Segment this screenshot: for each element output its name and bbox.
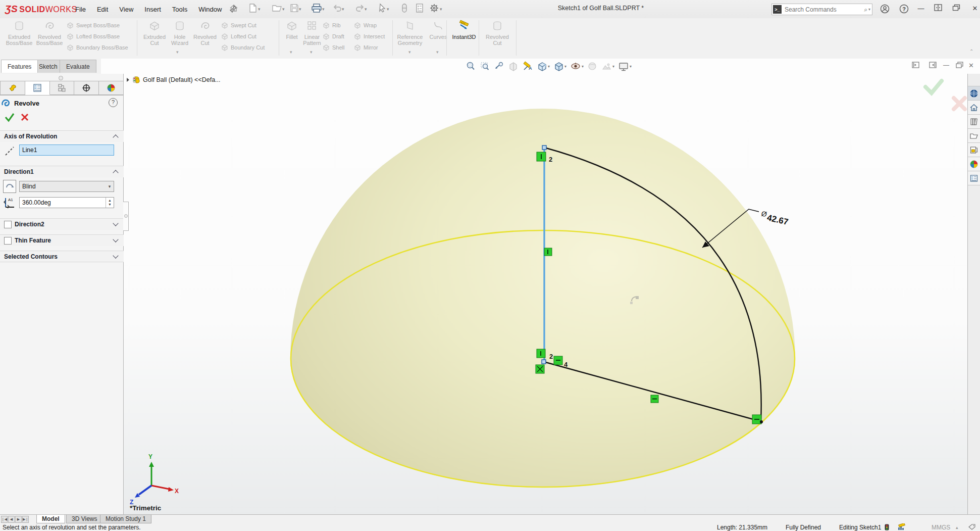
reverse-direction-button[interactable]: [3, 180, 16, 193]
boundary-cut-button[interactable]: Boundary Cut: [221, 42, 265, 53]
units-dropdown-icon[interactable]: ▴: [956, 525, 958, 530]
dimxpert-manager-tab[interactable]: [74, 81, 99, 95]
home-button[interactable]: [229, 3, 241, 15]
search-icon[interactable]: ⌕: [864, 6, 867, 13]
collapse-chevron-icon[interactable]: [113, 134, 118, 140]
graphics-viewport[interactable]: Ø 42.67 2 2 4: [124, 74, 967, 514]
pane-left-icon[interactable]: [912, 62, 919, 70]
sketch-visibility-icon[interactable]: A: [521, 61, 534, 72]
property-manager-tab[interactable]: [25, 81, 50, 95]
restore-button[interactable]: [951, 4, 961, 13]
lofted-cut-button[interactable]: Lofted Cut: [221, 31, 256, 41]
redo-dropdown-icon[interactable]: ▾: [365, 7, 367, 12]
revolved-boss-button[interactable]: RevolvedBoss/Base: [34, 20, 65, 46]
tab-motion-study[interactable]: Motion Study 1: [100, 515, 151, 523]
doc-minimize-icon[interactable]: —: [943, 62, 949, 69]
swept-boss-button[interactable]: Swept Boss/Base: [66, 20, 120, 30]
view-orientation-icon[interactable]: ▾: [536, 61, 551, 72]
rebuild-button[interactable]: [401, 3, 413, 15]
confirm-ok-button[interactable]: [922, 78, 945, 96]
direction2-checkbox[interactable]: [4, 221, 12, 228]
hide-show-dropdown-icon[interactable]: ▾: [582, 64, 584, 69]
panel-splitter-handle[interactable]: [59, 76, 63, 80]
tree-expand-icon[interactable]: [127, 78, 129, 82]
configuration-manager-tab[interactable]: [50, 81, 75, 95]
expand-chevron-icon[interactable]: [113, 220, 118, 226]
direction2-header[interactable]: Direction2: [0, 218, 124, 230]
axis-selection-field[interactable]: [19, 144, 114, 156]
feature-tree-root-label[interactable]: Golf Ball (Default) <<Defa...: [143, 76, 221, 83]
view-orientation-dropdown-icon[interactable]: ▾: [548, 64, 550, 69]
menu-view[interactable]: View: [114, 4, 139, 15]
design-library-tab[interactable]: [968, 115, 980, 129]
sketch-point-top[interactable]: [542, 146, 546, 150]
doc-restore-icon[interactable]: [956, 62, 963, 70]
scene-dropdown-icon[interactable]: ▾: [612, 64, 614, 69]
file-properties-button[interactable]: [415, 3, 427, 15]
draft-button[interactable]: Draft: [322, 31, 344, 41]
appearances-tab[interactable]: [968, 157, 980, 171]
angle-spinner[interactable]: ▲▼: [19, 197, 114, 208]
save-dropdown-icon[interactable]: ▾: [299, 7, 301, 12]
curves-dropdown-icon[interactable]: ▾: [436, 50, 439, 55]
angle-input[interactable]: [20, 199, 106, 207]
revolved-cut-duplicate-button[interactable]: RevolvedCut: [482, 20, 512, 46]
previous-view-icon[interactable]: [493, 61, 505, 72]
view-settings-dropdown-icon[interactable]: ▾: [630, 64, 632, 69]
apply-scene-icon[interactable]: ▾: [600, 61, 615, 72]
last-tab-button[interactable]: ▶❘: [22, 516, 29, 523]
minimize-button[interactable]: —: [916, 4, 926, 13]
lofted-boss-button[interactable]: Lofted Boss/Base: [66, 31, 120, 41]
tag-icon[interactable]: [968, 523, 976, 531]
section-view-icon[interactable]: [507, 61, 520, 72]
undo-dropdown-icon[interactable]: ▾: [342, 7, 344, 12]
shell-button[interactable]: Shell: [322, 42, 344, 53]
pane-right-icon[interactable]: [929, 62, 937, 70]
linear-pattern-dropdown-icon[interactable]: ▾: [310, 50, 313, 55]
horizontal-constraint-marker[interactable]: [651, 395, 658, 403]
spinner-arrows[interactable]: ▲▼: [106, 198, 114, 208]
custom-properties-tab[interactable]: [968, 171, 980, 185]
help-icon[interactable]: ?: [899, 4, 909, 13]
sketch-status-icon[interactable]: [898, 523, 906, 531]
prev-tab-button[interactable]: ◀: [8, 516, 15, 523]
coincident-constraint-marker[interactable]: [536, 365, 544, 373]
thin-feature-header[interactable]: Thin Feature: [0, 234, 124, 246]
expand-chevron-icon[interactable]: [113, 253, 118, 258]
vertical-constraint-marker[interactable]: [544, 248, 552, 256]
options-dropdown-icon[interactable]: ▾: [440, 7, 442, 12]
feature-manager-tab[interactable]: [0, 81, 25, 95]
view-settings-icon[interactable]: ▾: [617, 61, 633, 72]
home-tab[interactable]: [968, 101, 980, 115]
menu-tools[interactable]: Tools: [167, 4, 193, 15]
vertical-constraint-marker[interactable]: [537, 349, 545, 358]
select-dropdown-icon[interactable]: ▾: [387, 7, 389, 12]
confirm-cancel-button[interactable]: [951, 95, 967, 112]
reference-geometry-dropdown-icon[interactable]: ▾: [408, 50, 411, 55]
next-tab-button[interactable]: ▶: [15, 516, 22, 523]
mirror-button[interactable]: Mirror: [353, 42, 378, 53]
sw-resources-tab[interactable]: [968, 86, 980, 101]
search-dropdown-icon[interactable]: ▾: [868, 7, 870, 12]
close-button[interactable]: ✕: [970, 4, 980, 13]
horizontal-constraint-marker[interactable]: [554, 356, 562, 365]
vertical-constraint-marker[interactable]: [537, 152, 546, 161]
pm-ok-button[interactable]: [4, 112, 15, 122]
sketch-point-center[interactable]: [542, 360, 546, 364]
expand-chevron-icon[interactable]: [113, 236, 118, 242]
sketch-endpoint[interactable]: [760, 420, 763, 423]
ribbon-collapse-icon[interactable]: ⌃: [969, 49, 973, 54]
golf-ball-body[interactable]: [290, 109, 795, 488]
search-input[interactable]: [784, 6, 864, 14]
tab-evaluate[interactable]: Evaluate: [60, 60, 96, 73]
direction1-header[interactable]: Direction1: [0, 166, 124, 177]
revolved-cut-button[interactable]: RevolvedCut: [190, 20, 220, 46]
menu-file[interactable]: File: [70, 4, 91, 15]
feature-tree-root[interactable]: Golf Ball (Default) <<Defa...: [127, 75, 221, 84]
file-explorer-tab[interactable]: [968, 129, 980, 143]
menu-insert[interactable]: Insert: [139, 4, 167, 15]
menu-window[interactable]: Window: [193, 4, 227, 15]
display-style-dropdown-icon[interactable]: ▾: [564, 64, 566, 69]
split-view-button[interactable]: [933, 4, 943, 13]
display-style-icon[interactable]: ▾: [552, 61, 568, 72]
